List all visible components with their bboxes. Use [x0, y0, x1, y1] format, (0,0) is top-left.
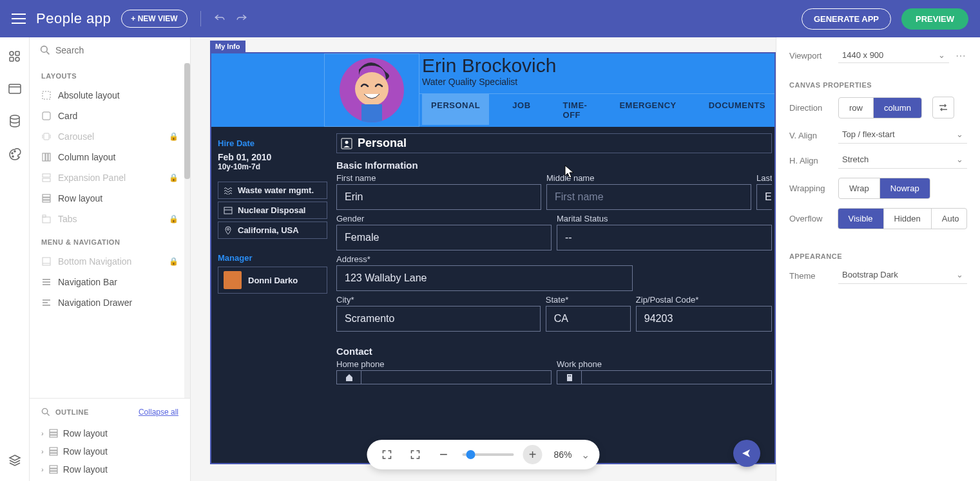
overflow-auto[interactable]: Auto: [932, 209, 967, 229]
viewport-select[interactable]: 1440 x 900⌄: [838, 48, 949, 63]
tab-job[interactable]: JOB: [503, 94, 539, 125]
middle-name-input[interactable]: First name: [546, 184, 751, 210]
zip-input[interactable]: 94203: [636, 306, 772, 332]
home-icon: [337, 371, 361, 384]
svg-rect-25: [43, 217, 50, 223]
menu-item-nav-drawer[interactable]: Navigation Drawer: [30, 292, 190, 313]
section-header: APPEARANCE: [789, 243, 967, 268]
left-panel: LAYOUTS Absolute layout Card Carousel🔒 C…: [30, 37, 191, 481]
svg-rect-43: [50, 466, 57, 468]
search-icon: [40, 45, 50, 55]
svg-rect-38: [50, 433, 57, 435]
svg-rect-27: [43, 258, 50, 265]
valign-select[interactable]: Top / flex-start⌄: [838, 127, 967, 144]
first-name-input[interactable]: Erin: [336, 184, 541, 210]
home-phone-input[interactable]: [336, 370, 552, 384]
layout-item-absolute[interactable]: Absolute layout: [30, 85, 190, 106]
data-icon[interactable]: [9, 115, 21, 130]
tab-emergency[interactable]: EMERGENCY: [610, 94, 685, 125]
preview-canvas[interactable]: Erin Brockovich Water Quality Specialist…: [210, 52, 776, 464]
layers-icon[interactable]: [8, 454, 21, 469]
layout-item-row[interactable]: Row layout: [30, 188, 190, 209]
more-icon[interactable]: ⋯: [956, 50, 967, 62]
first-name-label: First name: [336, 173, 541, 183]
preview-button[interactable]: PREVIEW: [901, 8, 968, 30]
manager-name: Donni Darko: [248, 276, 298, 285]
overflow-visible[interactable]: Visible: [838, 209, 884, 229]
undo-icon[interactable]: [214, 13, 226, 24]
city-input[interactable]: Scramento: [336, 306, 541, 332]
direction-row[interactable]: row: [839, 98, 874, 118]
work-phone-input[interactable]: [557, 370, 772, 384]
wrap-option[interactable]: Wrap: [839, 178, 880, 198]
item-label: Row layout: [58, 193, 102, 203]
new-view-button[interactable]: + NEW VIEW: [121, 10, 187, 28]
layout-item-card[interactable]: Card: [30, 106, 190, 126]
svg-point-10: [41, 46, 48, 53]
fullscreen-icon[interactable]: [405, 445, 425, 464]
scrollbar-thumb[interactable]: [184, 63, 190, 179]
overflow-hidden[interactable]: Hidden: [884, 209, 932, 229]
sub-header: Basic Information: [336, 160, 772, 171]
svg-rect-39: [50, 435, 57, 437]
profile-tabs: PERSONAL JOB TIME-OFF EMERGENCY DOCUMENT…: [419, 93, 774, 125]
wrapping-label: Wrapping: [789, 184, 832, 193]
address-input[interactable]: 123 Wallaby Lane: [336, 265, 633, 291]
collapse-all-link[interactable]: Collapse all: [139, 408, 178, 417]
search-box[interactable]: [30, 37, 190, 63]
hire-date-label: Hire Date: [218, 138, 327, 148]
lock-icon: 🔒: [169, 257, 178, 266]
tree-node[interactable]: ›Row layout: [35, 442, 185, 460]
svg-rect-4: [9, 84, 21, 93]
tree-node[interactable]: ›Row layout: [35, 460, 185, 478]
sub-header: Contact: [336, 346, 772, 357]
svg-point-8: [14, 151, 15, 152]
gender-select[interactable]: Female: [336, 225, 552, 250]
generate-app-button[interactable]: GENERATE APP: [802, 8, 891, 30]
avatar: [224, 271, 242, 289]
outline-tree: ›Row layout ›Row layout ›Row layout: [30, 422, 190, 481]
swap-axes-button[interactable]: [932, 97, 954, 118]
direction-label: Direction: [789, 103, 832, 113]
components-icon[interactable]: [8, 50, 21, 66]
layout-item-column[interactable]: Column layout: [30, 147, 190, 167]
profile-header: Erin Brockovich Water Quality Specialist…: [211, 53, 774, 127]
fit-icon[interactable]: [377, 445, 396, 464]
search-input[interactable]: [55, 45, 180, 55]
state-input[interactable]: CA: [546, 306, 631, 332]
direction-column[interactable]: column: [874, 98, 921, 118]
zoom-out-button[interactable]: −: [434, 445, 453, 464]
theme-icon[interactable]: [8, 148, 21, 164]
section-header: Personal: [336, 133, 772, 153]
nowrap-option[interactable]: Nowrap: [880, 178, 930, 198]
zoom-slider[interactable]: [462, 453, 514, 456]
svg-rect-12: [43, 91, 50, 99]
redo-icon[interactable]: [236, 13, 247, 24]
dept-chip: Nuclear Disposal: [218, 202, 327, 219]
zoom-toolbar: − + 86% ⌄: [367, 440, 599, 469]
zoom-in-button[interactable]: +: [523, 445, 542, 464]
svg-rect-18: [46, 153, 48, 161]
theme-select[interactable]: Bootstrap Dark⌄: [838, 268, 967, 284]
svg-point-3: [15, 57, 19, 61]
tab-timeoff[interactable]: TIME-OFF: [554, 94, 597, 125]
item-label: Navigation Bar: [58, 277, 117, 287]
lock-icon: 🔒: [169, 173, 178, 182]
run-button[interactable]: [733, 440, 760, 467]
profile-role: Water Quality Specialist: [419, 77, 774, 93]
menu-item-nav-bar[interactable]: Navigation Bar: [30, 272, 190, 292]
marital-select[interactable]: --: [557, 225, 772, 250]
theme-label: Theme: [789, 271, 832, 281]
tab-documents[interactable]: DOCUMENTS: [700, 94, 774, 125]
tree-node[interactable]: ›Row layout: [35, 424, 185, 442]
halign-select[interactable]: Stretch⌄: [838, 153, 967, 169]
person-icon: [341, 138, 352, 149]
svg-rect-23: [43, 198, 50, 200]
tab-personal[interactable]: PERSONAL: [422, 94, 489, 125]
zoom-dropdown[interactable]: ⌄: [581, 449, 590, 461]
views-icon[interactable]: [8, 84, 21, 97]
hamburger-icon[interactable]: [12, 14, 26, 24]
item-label: Column layout: [58, 152, 116, 162]
svg-line-11: [46, 52, 49, 54]
last-name-input[interactable]: E: [756, 184, 772, 210]
